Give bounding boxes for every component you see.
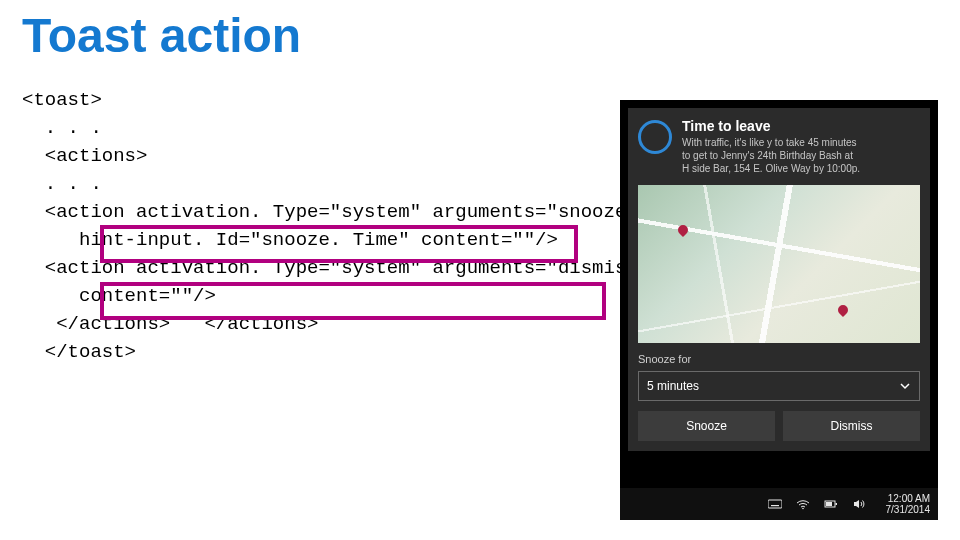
taskbar: 12:00 AM 7/31/2014 — [620, 488, 938, 520]
svg-rect-4 — [835, 503, 837, 505]
code-line: <action activation. Type="system" argume… — [22, 257, 649, 279]
system-clock[interactable]: 12:00 AM 7/31/2014 — [886, 493, 931, 515]
battery-icon[interactable] — [824, 498, 838, 510]
code-line: content=""/> — [22, 285, 216, 307]
toast-actions-area: Snooze for 5 minutes Snooze Dismiss — [628, 343, 930, 451]
toast-body-line: H side Bar, 154 E. Olive Way by 10:00p. — [682, 162, 860, 175]
volume-icon[interactable] — [852, 498, 866, 510]
code-line: hint-input. Id="snooze. Time" content=""… — [22, 229, 558, 251]
chevron-down-icon — [899, 380, 911, 392]
keyboard-icon[interactable] — [768, 498, 782, 510]
code-block: <toast> . . . <actions> . . . <action ac… — [22, 86, 649, 366]
wifi-icon[interactable] — [796, 498, 810, 510]
snooze-time-value: 5 minutes — [647, 379, 699, 393]
code-line: <action activation. Type="system" argume… — [22, 201, 638, 223]
svg-rect-5 — [826, 502, 832, 506]
svg-rect-0 — [768, 500, 782, 508]
slide-title: Toast action — [22, 8, 301, 63]
toast-header: Time to leave With traffic, it's like y … — [628, 108, 930, 181]
snooze-label: Snooze for — [638, 353, 920, 365]
code-line: . . . — [22, 173, 102, 195]
code-line: <toast> — [22, 89, 102, 111]
svg-point-2 — [802, 508, 804, 510]
toast-notification: Time to leave With traffic, it's like y … — [628, 108, 930, 451]
clock-date: 7/31/2014 — [886, 504, 931, 515]
code-line: . . . — [22, 117, 102, 139]
screenshot-panel: Time to leave With traffic, it's like y … — [620, 100, 938, 520]
toast-body-line: With traffic, it's like y to take 45 min… — [682, 136, 860, 149]
toast-body: With traffic, it's like y to take 45 min… — [682, 136, 860, 175]
map-image — [638, 185, 920, 343]
cortana-ring-icon — [638, 120, 672, 154]
snooze-time-select[interactable]: 5 minutes — [638, 371, 920, 401]
toast-title: Time to leave — [682, 118, 860, 134]
code-line: </toast> — [22, 341, 136, 363]
clock-time: 12:00 AM — [886, 493, 931, 504]
toast-text: Time to leave With traffic, it's like y … — [682, 118, 860, 175]
toast-buttons: Snooze Dismiss — [638, 411, 920, 441]
map-pin-icon — [676, 223, 690, 237]
svg-rect-1 — [771, 505, 779, 506]
code-line: <actions> — [22, 145, 147, 167]
code-line: </actions> </actions> — [22, 313, 318, 335]
toast-body-line: to get to Jenny's 24th Birthday Bash at — [682, 149, 860, 162]
snooze-button[interactable]: Snooze — [638, 411, 775, 441]
dismiss-button[interactable]: Dismiss — [783, 411, 920, 441]
map-pin-icon — [836, 303, 850, 317]
